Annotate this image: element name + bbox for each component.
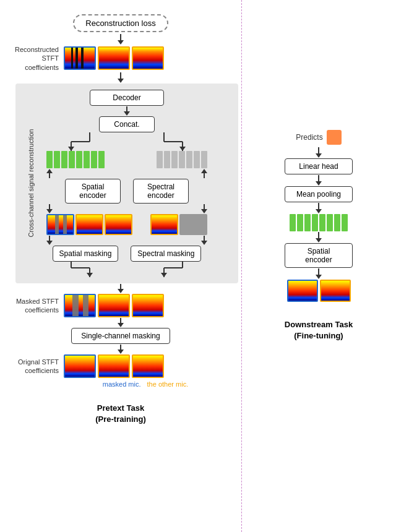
linear-head-box: Linear head [285,158,353,174]
spatial-encoder-box: Spatialencoder [65,179,121,204]
mic-labels: masked mic. the other mic. [103,380,188,388]
masked-stft-row: Masked STFTcoefficients [6,294,235,317]
divider [241,0,242,532]
right-green-tokens [290,214,348,231]
spectral-masked-specs [150,214,207,235]
spectral-spec-2 [179,214,207,235]
encoders-row: Spatialencoder Spectralencoder [20,179,233,204]
spectral-spec-1 [150,214,178,235]
arrow-to-right-tokens [316,203,322,213]
masked-mic-label: masked mic. [103,380,141,388]
token-bars-row [46,151,207,168]
right-spec-1 [287,280,318,302]
spectral-encoder-box: Spectralencoder [133,179,189,204]
arrow-recon [118,34,124,45]
gray-tokens [157,151,207,168]
fork2-left-svg [53,262,127,277]
spatial-spec-3 [105,214,132,235]
predicts-label: Predicts [296,133,322,142]
fork2-right-svg [127,262,201,277]
arrow-to-right-specs [316,268,322,279]
masked-stft-spec-2 [98,294,130,317]
masked-stft-spec-1 [64,294,96,317]
arrow-to-right-encoder [316,232,322,242]
spec-reconstructed-2 [98,46,130,70]
left-side: Reconstruction loss ReconstructedSTFT co… [0,0,241,532]
spectral-encoder-col: Spectralencoder [133,179,189,204]
masking-arrows [46,235,207,246]
arrow-to-pooling [316,175,322,186]
fork-left-svg [53,132,127,151]
original-spec-1 [64,354,96,378]
predicts-row: Predicts [296,130,341,145]
spatial-encoder-right-box: Spatialencoder [285,243,353,268]
concat-box: Concat. [99,116,155,132]
masked-stft-label: Masked STFTcoefficients [6,297,59,315]
main-container: Reconstruction loss ReconstructedSTFT co… [0,0,396,532]
original-stft-label: Orignal STFTcoefficients [6,358,59,375]
svg-marker-7 [179,147,186,151]
right-content: Predicts Linear head Mean pooling [248,130,390,341]
enc-arrows-down [46,204,207,214]
svg-marker-3 [68,147,74,151]
right-spec-row [287,280,351,302]
svg-marker-11 [87,273,93,277]
downstream-task-title: Downstream Task(Fine-tuning) [285,319,353,341]
decoder-box: Decoder [90,90,164,106]
cross-channel-label: Cross-channel signal reconstruction [27,129,35,238]
single-channel-masking-box: Single-channel masking [71,328,170,344]
original-stft-row: Orignal STFTcoefficients [6,354,235,378]
masking-boxes-row: Spatial masking Spectral masking [20,246,233,262]
svg-marker-15 [161,273,167,277]
predict-square [327,130,342,145]
masked-specs-row [46,214,207,235]
spectral-masking-box: Spectral masking [131,246,201,262]
arrow-to-masking [118,318,124,327]
right-spec-2 [320,280,351,302]
fork-right-svg [127,132,201,151]
arrow-to-linear [316,147,322,158]
spatial-masked-specs [46,214,132,235]
original-spec-3 [132,354,164,378]
spatial-masking-box: Spatial masking [53,246,119,262]
spec-reconstructed-1 [64,46,96,70]
reconstructed-label: ReconstructedSTFT coefficients [6,45,59,72]
mean-pooling-box: Mean pooling [285,186,353,202]
spatial-spec-1 [46,214,74,235]
arrow-to-decoder [118,72,124,83]
arrow-to-single-channel [118,284,124,293]
other-mic-label: the other mic. [147,380,189,388]
right-side: Predicts Linear head Mean pooling [241,0,396,532]
arrow-to-original [118,345,124,354]
spatial-spec-2 [75,214,103,235]
original-stft-specs [64,354,164,378]
reconstruction-loss-label: Reconstruction loss [73,14,168,32]
cross-channel-box: Cross-channel signal reconstruction Deco… [15,84,238,283]
pretext-task-title: Pretext Task(Pre-training) [95,403,146,425]
green-tokens [46,151,105,168]
masked-stft-spec-3 [132,294,164,317]
spatial-encoder-col: Spatialencoder [65,179,121,204]
masked-stft-specs [64,294,164,317]
encoder-arrows [46,168,207,179]
reconstructed-specs [64,46,164,70]
arrow-decoder-concat [124,106,130,116]
original-spec-2 [98,354,130,378]
spec-reconstructed-3 [132,46,164,70]
